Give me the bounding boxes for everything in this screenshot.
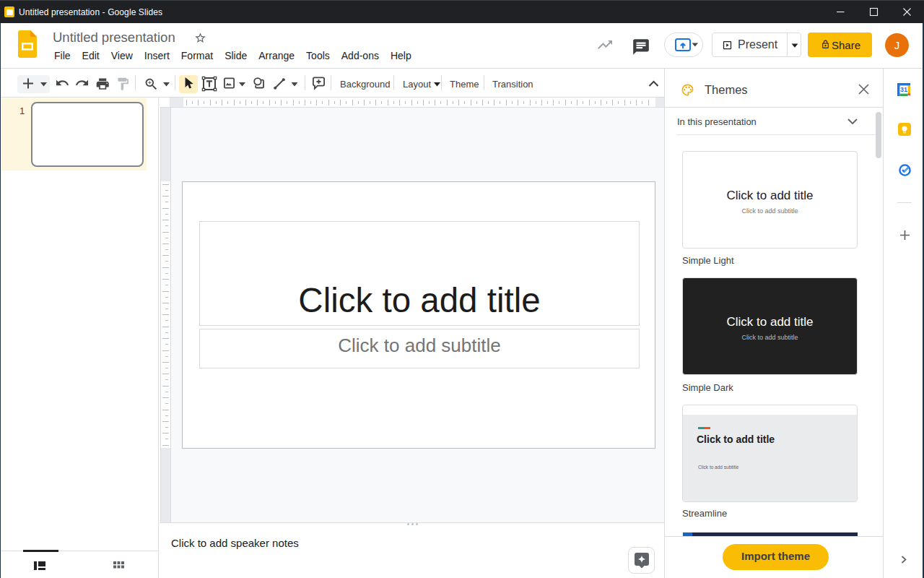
svg-text:31: 31 [900, 86, 907, 93]
